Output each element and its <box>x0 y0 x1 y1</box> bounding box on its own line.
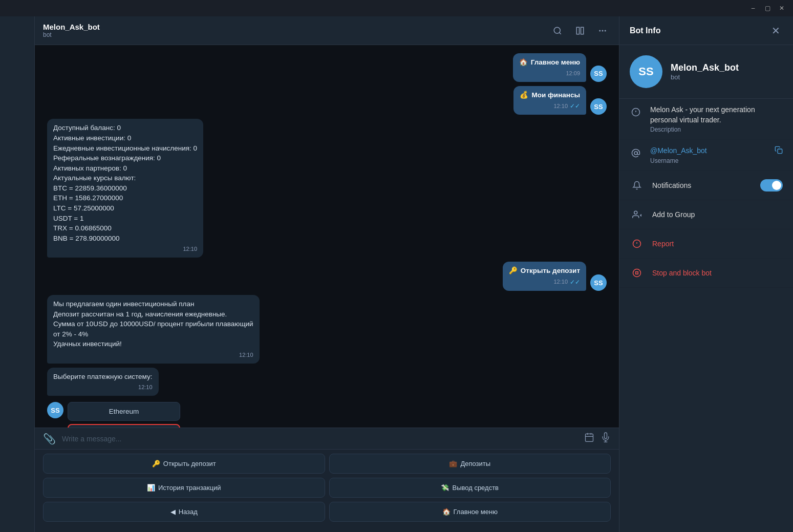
message-row: 🔑 Открыть депозит 12:10 ✓✓ SS <box>47 262 607 291</box>
svg-point-5 <box>605 30 606 31</box>
briefcase-icon: 💼 <box>449 460 457 467</box>
message-time: 12:10 <box>553 278 568 286</box>
keyboard-row-1: 🔑 Открыть депозит 💼 Депозиты <box>43 454 611 474</box>
more-icon[interactable] <box>594 23 611 39</box>
notifications-label: Notifications <box>652 181 691 189</box>
copy-username-button[interactable] <box>775 146 783 156</box>
avatar: SS <box>590 274 607 291</box>
bubble-title: 🏠 Главное меню <box>519 57 580 68</box>
maximize-button[interactable]: ▢ <box>760 1 775 15</box>
username-label: Username <box>650 157 766 164</box>
panel-close-button[interactable]: ✕ <box>768 24 783 38</box>
mic-icon[interactable] <box>601 432 611 445</box>
description-text: Melon Ask - your next generation persona… <box>650 105 783 125</box>
svg-point-16 <box>634 152 637 155</box>
add-to-group-row[interactable]: Add to Group <box>619 200 793 229</box>
menu-icon: 🏠 <box>519 57 528 68</box>
message-time: 12:10 <box>183 245 198 253</box>
bot-type: bot <box>671 73 739 81</box>
open-deposit-keyboard-button[interactable]: 🔑 Открыть депозит <box>43 454 325 474</box>
message-row: Мы предлагаем один инвестиционный план Д… <box>47 295 607 364</box>
main-menu-keyboard-button[interactable]: 🏠 Главное меню <box>329 502 611 522</box>
message-bubble: 💰 Мои финансы 12:10 ✓✓ <box>513 86 586 115</box>
svg-rect-25 <box>636 272 638 274</box>
keyboard-row-2: 📊 История транзакций 💸 Вывод средств <box>43 478 611 498</box>
username-row: @Melon_Ask_bot Username <box>619 140 793 171</box>
username-content: @Melon_Ask_bot Username <box>650 146 766 164</box>
close-button[interactable]: ✕ <box>775 1 789 15</box>
message-meta: 12:09 <box>519 70 580 78</box>
message-input[interactable] <box>62 435 578 443</box>
stop-label: Stop and block bot <box>652 269 712 277</box>
chat-messages: 🏠 Главное меню 12:09 SS 💰 Мои финансы <box>35 45 619 428</box>
bot-info-panel: Bot Info ✕ SS Melon_Ask_bot bot Melon As… <box>619 16 793 532</box>
message-bubble: Выберите платежную систему: 12:10 <box>47 368 159 396</box>
bell-icon <box>630 178 644 193</box>
avatar: SS <box>590 66 607 82</box>
chat-header-actions <box>549 23 611 39</box>
back-keyboard-button[interactable]: ◀ Назад <box>43 502 325 522</box>
avatar: SS <box>47 402 63 418</box>
key-icon: 🔑 <box>152 460 160 467</box>
panel-bot-header: SS Melon_Ask_bot bot <box>619 45 793 99</box>
message-time: 12:09 <box>566 70 580 78</box>
bubble-title: 🔑 Открыть депозит <box>509 266 580 276</box>
attach-icon[interactable]: 📎 <box>43 433 56 445</box>
info-icon <box>630 106 642 118</box>
panel-header: Bot Info ✕ <box>619 16 793 45</box>
message-bubble: 🏠 Главное меню 12:09 <box>513 53 586 82</box>
chat-header-info: Melon_Ask_bot bot <box>43 23 549 38</box>
chart-icon: 📊 <box>147 484 155 492</box>
withdraw-keyboard-button[interactable]: 💸 Вывод средств <box>329 478 611 498</box>
home-icon: 🏠 <box>442 508 451 516</box>
notifications-row[interactable]: Notifications <box>619 171 793 200</box>
avatar: SS <box>590 98 607 115</box>
message-meta: 12:10 ✓✓ <box>520 102 580 111</box>
chat-header: Melon_Ask_bot bot <box>35 16 619 45</box>
add-to-group-label: Add to Group <box>652 210 695 219</box>
sidebar <box>0 16 35 532</box>
message-row: 💰 Мои финансы 12:10 ✓✓ SS <box>47 86 607 115</box>
back-icon: ◀ <box>170 508 176 516</box>
message-meta: 12:10 <box>53 351 253 359</box>
usdt-trc20-button[interactable]: USDT-TRC20 <box>68 424 180 428</box>
bot-name: Melon_Ask_bot <box>671 62 739 73</box>
chat-title: Melon_Ask_bot <box>43 23 549 31</box>
titlebar: – ▢ ✕ <box>0 0 793 16</box>
svg-rect-17 <box>778 149 782 154</box>
deposits-keyboard-button[interactable]: 💼 Депозиты <box>329 454 611 474</box>
username-text: @Melon_Ask_bot <box>650 146 766 156</box>
key-icon: 🔑 <box>509 266 518 276</box>
message-bubble: 🔑 Открыть депозит 12:10 ✓✓ <box>503 262 586 291</box>
svg-point-3 <box>599 30 601 31</box>
message-meta: 12:10 <box>53 384 153 392</box>
stop-bot-row[interactable]: Stop and block bot <box>619 259 793 288</box>
message-bubble: Мы предлагаем один инвестиционный план Д… <box>47 295 260 364</box>
search-icon[interactable] <box>549 23 566 39</box>
svg-point-4 <box>602 30 604 31</box>
history-keyboard-button[interactable]: 📊 История транзакций <box>43 478 325 498</box>
panel-title: Bot Info <box>630 26 660 35</box>
description-content: Melon Ask - your next generation persona… <box>650 105 783 133</box>
svg-rect-2 <box>581 27 584 34</box>
report-row[interactable]: Report <box>619 229 793 259</box>
svg-rect-1 <box>576 27 579 34</box>
check-icon: ✓✓ <box>570 278 580 287</box>
report-label: Report <box>652 240 674 248</box>
red-arrow-annotation <box>211 424 262 428</box>
svg-rect-7 <box>586 434 593 441</box>
ethereum-button[interactable]: Ethereum <box>68 402 180 421</box>
notifications-toggle[interactable] <box>760 179 783 191</box>
minimize-button[interactable]: – <box>746 1 760 15</box>
message-time: 12:10 <box>239 351 253 359</box>
bot-avatar: SS <box>630 55 662 88</box>
columns-icon[interactable] <box>572 23 588 39</box>
app: Melon_Ask_bot bot 🏠 <box>0 16 793 532</box>
payment-buttons-container: Ethereum USDT-TRC20 Litecoin TRON BNB-BE… <box>68 402 180 428</box>
keyboard-row-3: ◀ Назад 🏠 Главное меню <box>43 502 611 522</box>
schedule-icon[interactable] <box>584 432 594 445</box>
payment-buttons-wrapper: Ethereum USDT-TRC20 Litecoin TRON BNB-BE… <box>68 400 180 428</box>
chat-subtitle: bot <box>43 31 549 38</box>
report-icon <box>630 237 644 251</box>
description-row: Melon Ask - your next generation persona… <box>619 99 793 140</box>
